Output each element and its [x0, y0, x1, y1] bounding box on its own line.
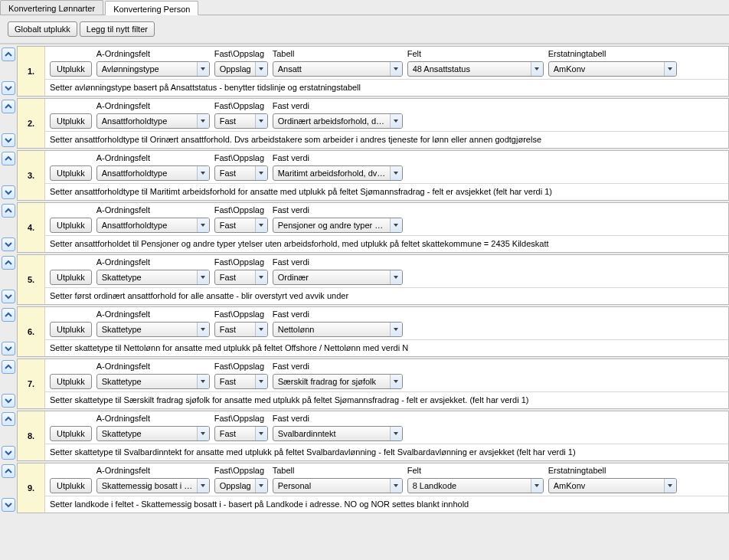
a-ordningsfelt-combo[interactable]: Skattetype: [96, 374, 210, 389]
chevron-down-icon: [390, 218, 402, 232]
fast-verdi-combo[interactable]: Pensjoner og andre typer ytels: [273, 218, 403, 233]
move-up-button[interactable]: [2, 360, 15, 374]
chevron-down-icon: [531, 479, 543, 493]
fast-verdi-combo[interactable]: Særskilt fradrag for sjøfolk: [273, 374, 403, 389]
fast-verdi-combo[interactable]: Ordinær: [273, 270, 403, 285]
fast-oppslag-combo-value: Fast: [220, 221, 255, 230]
move-up-button[interactable]: [2, 464, 15, 478]
fast-oppslag-combo[interactable]: Oppslag: [214, 478, 268, 493]
a-ordningsfelt-combo[interactable]: Skattetype: [96, 270, 210, 285]
a-ordningsfelt-combo[interactable]: Avlønningstype: [96, 61, 210, 77]
a-ordningsfelt-combo-value: Ansattforholdtype: [102, 116, 197, 126]
label-fast-oppslag: Fast\Oppslag: [214, 101, 268, 112]
a-ordningsfelt-combo[interactable]: Ansattforholdtype: [96, 218, 210, 233]
felt-combo[interactable]: 8 Landkode: [407, 478, 544, 493]
chevron-down-icon: [390, 270, 402, 284]
label-a-ordningsfelt: A-Ordningsfelt: [96, 101, 210, 112]
move-down-button[interactable]: [2, 290, 15, 303]
row-fields: UtplukkA-OrdningsfeltSkattetypeFast\Opps…: [45, 307, 728, 339]
fast-oppslag-combo[interactable]: Fast: [214, 322, 268, 337]
utplukk-button[interactable]: Utplukk: [50, 426, 92, 441]
erstatningtabell-combo-value: AmKonv: [554, 481, 664, 490]
utplukk-button[interactable]: Utplukk: [50, 113, 92, 129]
row-fields: UtplukkA-OrdningsfeltSkattetypeFast\Opps…: [45, 411, 728, 444]
chevron-down-icon: [197, 114, 209, 128]
utplukk-button[interactable]: Utplukk: [50, 478, 92, 493]
add-filter-button[interactable]: Legg til nytt filter: [80, 21, 155, 37]
label-felt: Felt: [407, 49, 544, 60]
erstatningtabell-combo[interactable]: AmKonv: [548, 61, 677, 77]
fast-verdi-combo[interactable]: Ordinært arbeidsforhold, dvs. a: [273, 113, 403, 129]
a-ordningsfelt-combo[interactable]: Skattetype: [96, 426, 210, 441]
row-content: UtplukkA-OrdningsfeltSkattemessig bosatt…: [45, 463, 728, 513]
move-up-button[interactable]: [2, 256, 15, 270]
row-content: UtplukkA-OrdningsfeltAvlønningstypeFast\…: [45, 47, 728, 96]
fast-verdi-combo[interactable]: Maritimt arbeidsforhold, dvs. ar: [273, 165, 403, 181]
move-up-button[interactable]: [2, 47, 15, 61]
utplukk-button[interactable]: Utplukk: [50, 61, 92, 77]
fast-oppslag-combo[interactable]: Fast: [214, 270, 268, 285]
fast-verdi-combo[interactable]: Svalbardinntekt: [273, 426, 403, 441]
a-ordningsfelt-combo[interactable]: Skattemessig bosatt i lan: [96, 478, 210, 493]
tab-person[interactable]: Konvertering Person: [105, 1, 198, 15]
a-ordningsfelt-combo[interactable]: Skattetype: [96, 322, 210, 337]
move-up-button[interactable]: [2, 204, 15, 218]
move-down-button[interactable]: [2, 81, 15, 95]
filter-row: 9.UtplukkA-OrdningsfeltSkattemessig bosa…: [0, 463, 729, 513]
label-tabell: Tabell: [273, 49, 403, 60]
felt-combo[interactable]: 48 Ansattstatus: [407, 61, 544, 77]
move-up-button[interactable]: [2, 152, 15, 165]
label-fast-oppslag: Fast\Oppslag: [214, 466, 268, 476]
label-a-ordningsfelt: A-Ordningsfelt: [96, 466, 210, 476]
tabell-combo[interactable]: Ansatt: [273, 61, 403, 77]
filter-row: 6.UtplukkA-OrdningsfeltSkattetypeFast\Op…: [0, 306, 729, 357]
label-fast-oppslag: Fast\Oppslag: [214, 153, 268, 164]
utplukk-button[interactable]: Utplukk: [50, 165, 92, 181]
move-down-button[interactable]: [2, 342, 15, 355]
filter-row: 1.UtplukkA-OrdningsfeltAvlønningstypeFas…: [0, 46, 729, 97]
chevron-down-icon: [390, 62, 402, 76]
move-down-button[interactable]: [2, 498, 15, 512]
fast-oppslag-combo[interactable]: Fast: [214, 113, 268, 129]
row-body: 2.UtplukkA-OrdningsfeltAnsattforholdtype…: [17, 98, 729, 149]
move-up-button[interactable]: [2, 412, 15, 426]
fast-oppslag-combo[interactable]: Fast: [214, 374, 268, 389]
chevron-down-icon: [197, 218, 209, 232]
move-down-button[interactable]: [2, 133, 15, 147]
row-description: Setter skattetype til Nettolønn for ansa…: [45, 339, 728, 356]
fast-oppslag-combo[interactable]: Fast: [214, 218, 268, 233]
felt-combo-value: 48 Ansattstatus: [413, 64, 531, 74]
tab-lonnarter[interactable]: Konvertering Lønnarter: [0, 0, 103, 15]
utplukk-button[interactable]: Utplukk: [50, 374, 92, 389]
tab-label: Konvertering Person: [113, 5, 190, 14]
global-pick-button[interactable]: Globalt utplukk: [8, 21, 77, 37]
chevron-down-icon: [197, 427, 209, 440]
move-up-button[interactable]: [2, 308, 15, 322]
chevron-down-icon: [255, 62, 267, 76]
chevron-down-icon: [255, 114, 267, 128]
fast-verdi-combo[interactable]: Nettolønn: [273, 322, 403, 337]
label-tabell: Tabell: [273, 466, 403, 476]
fast-verdi-combo-value: Nettolønn: [278, 325, 390, 334]
chevron-down-icon: [255, 479, 267, 493]
chevron-down-icon: [390, 427, 402, 440]
utplukk-button[interactable]: Utplukk: [50, 270, 92, 285]
row-fields: UtplukkA-OrdningsfeltAvlønningstypeFast\…: [45, 47, 728, 79]
move-down-button[interactable]: [2, 237, 15, 251]
move-up-button[interactable]: [2, 100, 15, 113]
a-ordningsfelt-combo[interactable]: Ansattforholdtype: [96, 113, 210, 129]
move-down-button[interactable]: [2, 185, 15, 199]
a-ordningsfelt-combo[interactable]: Ansattforholdtype: [96, 165, 210, 181]
label-fast-oppslag: Fast\Oppslag: [214, 309, 268, 320]
fast-oppslag-combo[interactable]: Oppslag: [214, 61, 268, 77]
label-fast-oppslag: Fast\Oppslag: [214, 414, 268, 424]
move-down-button[interactable]: [2, 446, 15, 460]
tabell-combo[interactable]: Personal: [273, 478, 403, 493]
utplukk-button[interactable]: Utplukk: [50, 322, 92, 337]
fast-verdi-combo-value: Særskilt fradrag for sjøfolk: [278, 377, 390, 386]
erstatningtabell-combo[interactable]: AmKonv: [548, 478, 677, 493]
move-down-button[interactable]: [2, 394, 15, 408]
fast-oppslag-combo[interactable]: Fast: [214, 426, 268, 441]
utplukk-button[interactable]: Utplukk: [50, 218, 92, 233]
fast-oppslag-combo[interactable]: Fast: [214, 165, 268, 181]
